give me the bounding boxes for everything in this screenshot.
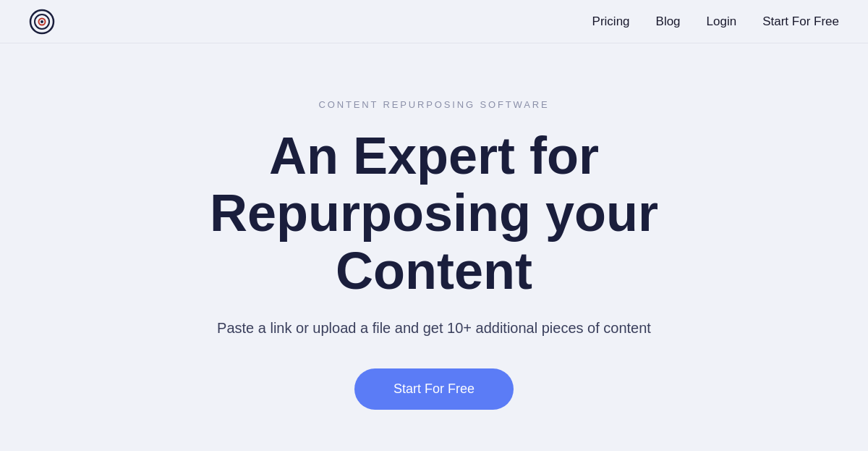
hero-heading-line3: Content xyxy=(336,242,532,300)
hero-heading: An Expert for Repurposing your Content xyxy=(210,127,658,300)
blog-link[interactable]: Blog xyxy=(656,14,681,29)
pricing-link[interactable]: Pricing xyxy=(592,14,630,29)
hero-subheading: Paste a link or upload a file and get 10… xyxy=(217,320,651,337)
svg-point-3 xyxy=(41,20,43,23)
hero-eyebrow: CONTENT REPURPOSING SOFTWARE xyxy=(318,99,549,110)
hero-start-for-free-button[interactable]: Start For Free xyxy=(354,368,514,410)
nav-links: Pricing Blog Login Start For Free xyxy=(592,14,839,29)
logo[interactable] xyxy=(29,9,55,35)
nav-start-for-free-button[interactable]: Start For Free xyxy=(762,14,839,29)
login-link[interactable]: Login xyxy=(707,14,737,29)
hero-heading-line2: Repurposing your xyxy=(210,184,658,242)
hero-section: CONTENT REPURPOSING SOFTWARE An Expert f… xyxy=(0,43,868,451)
logo-icon xyxy=(29,9,55,35)
hero-heading-line1: An Expert for xyxy=(269,127,599,185)
navbar: Pricing Blog Login Start For Free xyxy=(0,0,868,43)
